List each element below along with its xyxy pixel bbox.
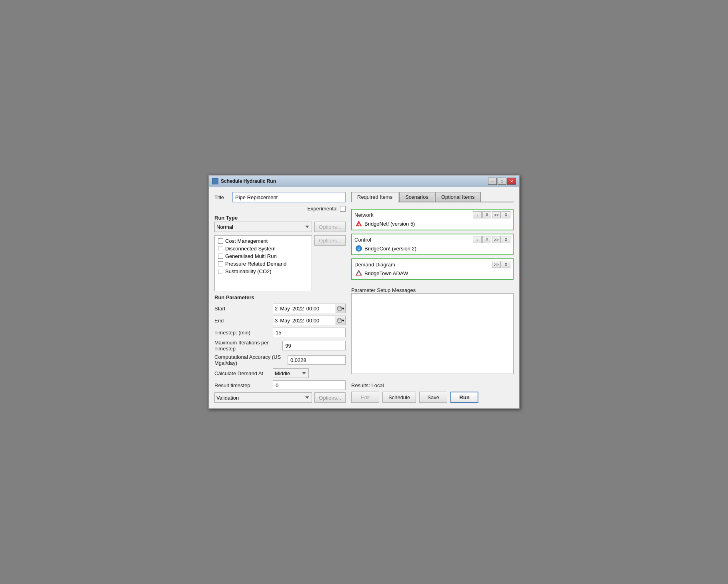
title-bar: Schedule Hydraulic Run – □ ✕ [209, 176, 519, 187]
svg-rect-0 [338, 307, 342, 310]
control-down-button[interactable]: ↓ [473, 236, 482, 243]
tab-required-items[interactable]: Required Items [351, 192, 398, 202]
max-iter-input[interactable] [282, 341, 346, 350]
end-row: End 3 May 2022 00:00 ▾ [214, 316, 346, 325]
end-calendar-button[interactable]: ▾ [336, 316, 345, 325]
control-box-header: Control ↓ # >> X [354, 236, 510, 243]
result-timestep-input[interactable] [273, 380, 346, 390]
run-button[interactable]: Run [450, 392, 478, 403]
network-box: Network ↓ # >> X N [351, 209, 514, 230]
right-panel: Required Items Scenarios Optional Items … [351, 192, 514, 403]
edit-button[interactable]: Edit [351, 392, 379, 403]
cost-management-label: Cost Management [225, 238, 268, 244]
run-parameters-section: Run Parameters Start 2 May 2022 00:00 [214, 294, 346, 403]
network-expand-button[interactable]: >> [492, 211, 501, 218]
messages-box [351, 293, 514, 374]
demand-expand-button[interactable]: >> [492, 261, 501, 268]
network-box-header: Network ↓ # >> X [354, 211, 510, 218]
title-bar-buttons: – □ ✕ [488, 178, 516, 185]
save-button[interactable]: Save [419, 392, 447, 403]
window-icon [212, 178, 218, 184]
tab-scenarios[interactable]: Scenarios [399, 192, 434, 202]
experimental-row: Experimental [214, 206, 346, 212]
network-down-button[interactable]: ↓ [473, 211, 482, 218]
control-hash-button[interactable]: # [482, 236, 491, 243]
tab-optional-items[interactable]: Optional Items [435, 192, 481, 202]
options-btn-2-container: Options... [314, 235, 346, 246]
pressure-related-demand-label: Pressure Related Demand [225, 261, 286, 267]
start-row: Start 2 May 2022 00:00 ▾ [214, 304, 346, 313]
checkbox-row-4: Sustainability (CO2) [218, 268, 308, 274]
bridgecon-icon: C [355, 245, 362, 252]
comp-acc-row: Computational Accuracy (US Mgal/day) [214, 354, 346, 366]
run-type-section: Run Type Normal Advanced Options... [214, 215, 346, 232]
close-button[interactable]: ✕ [507, 178, 516, 185]
run-type-select[interactable]: Normal Advanced [214, 222, 312, 232]
title-label: Title [214, 194, 228, 200]
result-timestep-row: Result timestep [214, 380, 346, 390]
maximize-button[interactable]: □ [498, 178, 506, 185]
options-button-1[interactable]: Options... [314, 222, 346, 232]
bridgenet-icon: N [355, 220, 362, 227]
messages-section: Parameter Setup Messages [351, 286, 514, 374]
title-bar-left: Schedule Hydraulic Run [212, 178, 276, 184]
checkbox-row-2: Generalised Multi Run [218, 253, 308, 259]
network-close-button[interactable]: X [502, 211, 510, 218]
pressure-related-demand-checkbox[interactable] [218, 261, 223, 266]
validation-select[interactable]: Validation [214, 392, 312, 403]
checkbox-row-0: Cost Management [218, 238, 308, 244]
options-button-3[interactable]: Options... [314, 392, 346, 403]
control-expand-button[interactable]: >> [492, 236, 501, 243]
svg-text:N: N [358, 223, 360, 226]
results-label: Results: Local [351, 382, 514, 388]
bridgetown-icon [355, 270, 362, 277]
disconnected-system-label: Disconnected System [225, 246, 276, 252]
items-area: Network ↓ # >> X N [351, 206, 514, 280]
title-row: Title [214, 192, 346, 202]
window-title: Schedule Hydraulic Run [221, 178, 276, 184]
generalised-multi-run-checkbox[interactable] [218, 254, 223, 259]
title-input[interactable] [232, 192, 346, 202]
validation-row: Validation Options... [214, 392, 346, 403]
demand-box: Demand Diagram >> X [351, 258, 514, 280]
calc-demand-label: Calculate Demand At [214, 370, 270, 376]
tabs-bar: Required Items Scenarios Optional Items [351, 192, 514, 202]
start-calendar-button[interactable]: ▾ [336, 304, 345, 313]
demand-box-title: Demand Diagram [354, 262, 395, 268]
experimental-checkbox[interactable] [340, 206, 346, 212]
control-close-button[interactable]: X [502, 236, 510, 243]
timestep-input[interactable] [273, 328, 346, 337]
minimize-button[interactable]: – [488, 178, 497, 185]
sustainability-checkbox[interactable] [218, 269, 223, 274]
calc-demand-select[interactable]: Middle Start End [273, 368, 309, 378]
demand-close-button[interactable]: X [502, 261, 510, 268]
messages-label: Parameter Setup Messages [351, 287, 514, 293]
sustainability-label: Sustainability (CO2) [225, 268, 272, 274]
comp-acc-label: Computational Accuracy (US Mgal/day) [214, 354, 285, 366]
end-date-fields: 3 May 2022 00:00 [273, 318, 336, 324]
schedule-button[interactable]: Schedule [382, 392, 416, 403]
network-item-name: BridgeNet! (version 5) [364, 221, 415, 227]
results-section: Results: Local Edit Schedule Save Run [351, 379, 514, 403]
run-parameters-label: Run Parameters [214, 294, 346, 300]
start-date-fields: 2 May 2022 00:00 [273, 306, 336, 312]
demand-box-header: Demand Diagram >> X [354, 261, 510, 268]
start-time: 00:00 [306, 306, 320, 312]
svg-rect-4 [338, 319, 342, 322]
comp-acc-input[interactable] [288, 355, 346, 365]
start-date-input[interactable]: 2 May 2022 00:00 ▾ [273, 304, 346, 313]
checkbox-row-3: Pressure Related Demand [218, 261, 308, 267]
checkboxes-section: Cost Management Disconnected System Gene… [214, 235, 346, 291]
result-timestep-label: Result timestep [214, 382, 270, 388]
control-box: Control ↓ # >> X C [351, 234, 514, 255]
control-item-name: BridgeCon! (version 2) [364, 246, 416, 252]
cost-management-checkbox[interactable] [218, 238, 223, 244]
disconnected-system-checkbox[interactable] [218, 246, 223, 251]
start-year: 2022 [292, 306, 304, 312]
end-date-input[interactable]: 3 May 2022 00:00 ▾ [273, 316, 346, 325]
network-hash-button[interactable]: # [482, 211, 491, 218]
end-day: 3 [275, 318, 278, 324]
start-day: 2 [275, 306, 278, 312]
options-button-2[interactable]: Options... [314, 235, 346, 246]
control-item-content: C BridgeCon! (version 2) [354, 245, 510, 252]
